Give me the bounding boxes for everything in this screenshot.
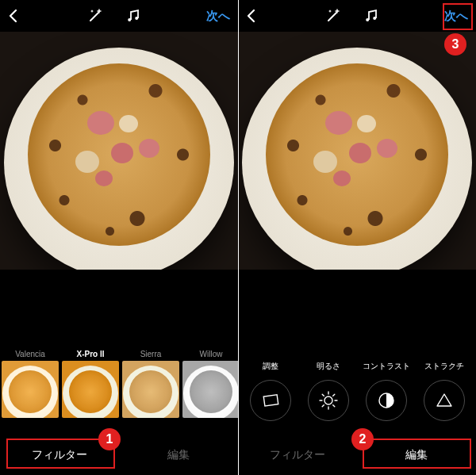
tab-filter[interactable]: フィルター (0, 435, 119, 475)
filter-xproii[interactable]: X-Pro II (60, 347, 121, 435)
filter-label: Sierra (140, 347, 162, 361)
brightness-icon (308, 380, 349, 421)
magic-wand-icon[interactable] (324, 7, 342, 25)
filter-valencia[interactable]: Valencia (0, 347, 60, 435)
svg-point-3 (373, 17, 376, 20)
tab-edit[interactable]: 編集 (119, 435, 238, 475)
svg-point-2 (366, 18, 369, 21)
edit-contrast[interactable]: コントラスト (359, 361, 414, 421)
edit-label: 調整 (263, 361, 278, 372)
music-icon[interactable] (125, 7, 142, 25)
screen-filter: 次へ Valencia X-Pro II Sierra Willow (0, 0, 238, 475)
svg-rect-4 (263, 395, 278, 406)
photo-preview[interactable] (0, 32, 238, 270)
edit-label: コントラスト (363, 361, 410, 372)
filter-willow[interactable]: Willow (181, 347, 238, 435)
screen-edit: 次へ 調整 明るさ コントラスト (238, 0, 476, 475)
adjust-icon (250, 380, 291, 421)
filter-thumbnail (182, 361, 238, 418)
svg-point-0 (128, 18, 131, 21)
tab-filter[interactable]: フィルター (238, 435, 357, 475)
contrast-icon (366, 380, 407, 421)
edit-adjust[interactable]: 調整 (243, 361, 298, 421)
magic-wand-icon[interactable] (86, 7, 104, 25)
filter-thumbnail (122, 361, 179, 418)
filter-label: Willow (200, 347, 223, 361)
filter-label: Valencia (15, 347, 45, 361)
music-icon[interactable] (363, 7, 380, 25)
filter-thumbnail (62, 361, 119, 418)
next-button[interactable]: 次へ (444, 9, 468, 24)
back-button[interactable] (5, 7, 22, 25)
edit-structure[interactable]: ストラクチ (416, 361, 472, 421)
svg-point-1 (135, 17, 138, 20)
filter-sierra[interactable]: Sierra (121, 347, 181, 435)
svg-line-13 (332, 394, 334, 396)
structure-icon (424, 380, 465, 421)
svg-line-10 (322, 394, 324, 396)
back-button[interactable] (243, 7, 260, 25)
photo-preview[interactable] (238, 32, 476, 270)
top-bar: 次へ (238, 0, 476, 32)
next-button[interactable]: 次へ (206, 9, 230, 24)
bottom-tabs: フィルター 編集 (238, 435, 476, 475)
filter-label: X-Pro II (76, 347, 104, 361)
edit-tool-strip[interactable]: 調整 明るさ コントラスト ストラクチ (238, 347, 476, 435)
filter-thumbnail (2, 361, 59, 418)
tab-edit[interactable]: 編集 (357, 435, 476, 475)
filter-strip[interactable]: Valencia X-Pro II Sierra Willow (0, 347, 238, 435)
edit-brightness[interactable]: 明るさ (301, 361, 356, 421)
edit-label: 明るさ (317, 361, 340, 372)
svg-line-11 (332, 405, 334, 407)
bottom-tabs: フィルター 編集 (0, 435, 238, 475)
svg-line-12 (322, 405, 324, 407)
svg-point-5 (324, 396, 332, 404)
edit-label: ストラクチ (424, 361, 464, 372)
top-bar: 次へ (0, 0, 238, 32)
